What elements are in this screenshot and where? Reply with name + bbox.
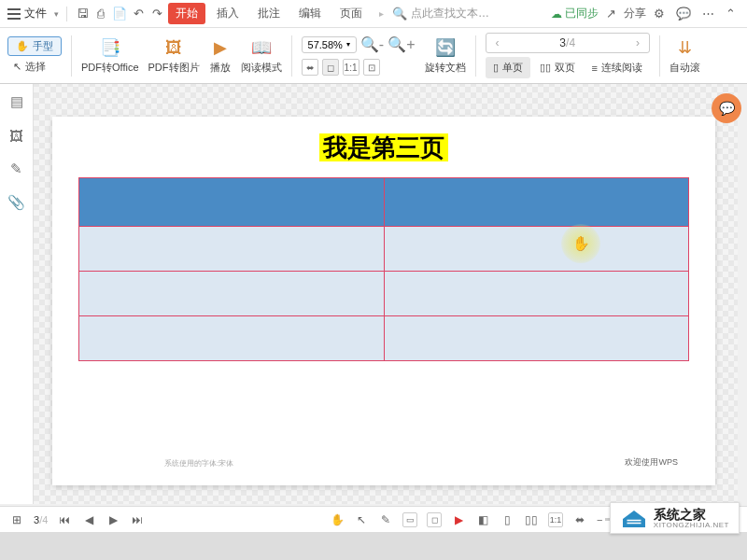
fit-visible-icon[interactable]: ⊡	[363, 59, 380, 76]
double-page-icon: ▯▯	[540, 62, 551, 74]
menubar: 文件 ▾ 🖫 ⎙ 📄 ↶ ↷ 开始 插入 批注 编辑 页面 ▸ 🔍 点此查找文本…	[0, 0, 747, 28]
zoom-input[interactable]: 57.58% ▾	[302, 36, 357, 53]
tab-annotate[interactable]: 批注	[250, 3, 288, 24]
fit-page-icon[interactable]: ◻	[322, 59, 339, 76]
st-page-indicator[interactable]: 3/4	[34, 514, 48, 525]
tab-edit[interactable]: 编辑	[291, 3, 329, 24]
pdf-page: 我是第三页 ✋ 系统使用的字体:宋体 欢迎使用WPS	[52, 117, 715, 485]
zoom-dropdown-icon: ▾	[346, 40, 350, 49]
print-icon[interactable]: ⎙	[93, 7, 108, 21]
zoom-out-icon[interactable]: 🔍-	[360, 35, 384, 53]
pdf-office-icon: 📑	[99, 36, 121, 59]
select-tool-button[interactable]: ↖ 选择	[7, 58, 62, 76]
hamburger-icon[interactable]	[7, 8, 21, 20]
share-icon[interactable]: ↗	[606, 7, 616, 21]
st-1to1-icon[interactable]: 1:1	[548, 512, 563, 527]
left-sidebar: ▤ 🖼 ✎ 📎	[0, 84, 34, 504]
save-icon[interactable]: 🖫	[75, 7, 90, 21]
table-row	[79, 316, 689, 361]
undo-icon[interactable]: ↶	[131, 7, 146, 21]
watermark: 系统之家 XITONGZHIJIA.NET	[610, 502, 740, 534]
more-tabs-icon[interactable]: ▸	[374, 7, 388, 21]
actual-size-icon[interactable]: 1:1	[343, 59, 359, 76]
st-play-icon[interactable]: ▶	[451, 512, 466, 527]
file-dropdown-icon[interactable]: ▾	[54, 9, 59, 19]
annotations-icon[interactable]: ✎	[8, 161, 25, 177]
play-icon: ▶	[209, 36, 232, 59]
st-last-icon[interactable]: ⏭	[130, 512, 145, 527]
page-table	[78, 177, 689, 361]
st-single-icon[interactable]: ▯	[500, 512, 514, 527]
sync-status[interactable]: ☁ 已同步	[551, 6, 599, 21]
st-double-icon[interactable]: ▯▯	[524, 512, 539, 527]
watermark-en: XITONGZHIJIA.NET	[654, 522, 729, 530]
continuous-button[interactable]: ≡连续阅读	[585, 57, 650, 78]
pdf-to-office-button[interactable]: 📑 PDF转Office	[81, 36, 139, 75]
next-page-icon[interactable]: ›	[636, 36, 640, 49]
st-highlight-icon[interactable]: ✎	[378, 512, 393, 527]
auto-scroll-button[interactable]: ⇊ 自动滚	[669, 36, 700, 75]
logo-icon	[620, 507, 648, 531]
st-fit1-icon[interactable]: ▭	[402, 512, 417, 527]
rotate-button[interactable]: 🔄 旋转文档	[425, 36, 466, 75]
table-row	[79, 178, 689, 227]
document-canvas[interactable]: 我是第三页 ✋ 系统使用的字体:宋体 欢迎使用WPS	[34, 84, 738, 504]
page-footer-left: 系统使用的字体:宋体	[164, 458, 233, 469]
zoom-in-icon[interactable]: 🔍+	[388, 35, 415, 53]
file-menu[interactable]: 文件	[24, 6, 47, 21]
rotate-icon: 🔄	[434, 36, 457, 59]
st-first-icon[interactable]: ⏮	[57, 512, 72, 527]
floating-tools-button[interactable]: 💬	[712, 93, 741, 123]
st-fit2-icon[interactable]: ◻	[427, 512, 442, 527]
tab-page[interactable]: 页面	[332, 3, 370, 24]
st-select-icon[interactable]: ↖	[354, 512, 369, 527]
single-page-button[interactable]: ▯单页	[486, 57, 530, 78]
page-title: 我是第三页	[52, 132, 715, 164]
more-icon[interactable]: ⋯	[702, 7, 714, 21]
double-page-button[interactable]: ▯▯双页	[532, 57, 583, 78]
auto-scroll-icon: ⇊	[673, 36, 696, 59]
bookmarks-icon[interactable]: 🖼	[8, 127, 25, 144]
read-icon: 📖	[250, 36, 273, 59]
hand-cursor-indicator: ✋	[561, 224, 600, 263]
cursor-icon: ↖	[13, 61, 21, 73]
collapse-icon[interactable]: ⌃	[726, 7, 736, 21]
prev-page-icon[interactable]: ‹	[496, 36, 500, 49]
st-mode-icon[interactable]: ◧	[475, 512, 490, 527]
redo-icon[interactable]: ↷	[149, 7, 164, 21]
page-footer-right: 欢迎使用WPS	[625, 456, 678, 469]
search-input[interactable]: 点此查找文本…	[411, 6, 489, 21]
single-page-icon: ▯	[493, 62, 499, 74]
tools-icon: 💬	[719, 101, 735, 116]
st-hand-icon[interactable]: ✋	[330, 512, 345, 527]
tab-insert[interactable]: 插入	[209, 3, 247, 24]
tab-start[interactable]: 开始	[168, 3, 205, 24]
table-row	[79, 272, 689, 316]
gear-icon[interactable]: ⚙	[654, 7, 665, 21]
pdf-to-image-button[interactable]: 🖼 PDF转图片	[148, 36, 200, 75]
read-mode-button[interactable]: 📖 阅读模式	[241, 36, 282, 75]
cloud-icon: ☁	[551, 7, 562, 21]
st-zoom-out-icon[interactable]: −	[597, 514, 602, 525]
attachments-icon[interactable]: 📎	[8, 194, 25, 211]
share-label[interactable]: 分享	[624, 6, 646, 21]
hand-icon: ✋	[16, 40, 29, 52]
pdf-image-icon: 🖼	[162, 36, 185, 59]
st-fitw-icon[interactable]: ⬌	[572, 512, 587, 527]
page-navigator[interactable]: ‹ 3/4 ›	[486, 33, 650, 53]
st-grid-icon[interactable]: ⊞	[9, 512, 24, 527]
fit-width-icon[interactable]: ⬌	[302, 59, 318, 76]
search-icon[interactable]: 🔍	[392, 7, 407, 21]
continuous-icon: ≡	[592, 63, 598, 74]
ribbon: ✋ 手型 ↖ 选择 📑 PDF转Office 🖼 PDF转图片 ▶ 播放 📖 阅…	[0, 28, 747, 84]
play-button[interactable]: ▶ 播放	[209, 36, 232, 75]
bottom-strip	[0, 532, 747, 560]
st-next-icon[interactable]: ▶	[106, 512, 120, 527]
hand-tool-button[interactable]: ✋ 手型	[7, 36, 62, 56]
thumbnails-icon[interactable]: ▤	[8, 93, 25, 110]
chat-icon[interactable]: 💬	[676, 7, 691, 21]
preview-icon[interactable]: 📄	[112, 7, 127, 21]
st-prev-icon[interactable]: ◀	[81, 512, 96, 527]
watermark-cn: 系统之家	[654, 508, 729, 522]
